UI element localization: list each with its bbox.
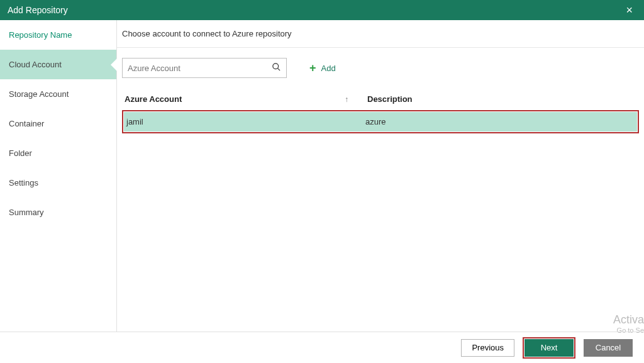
sidebar-item-settings[interactable]: Settings xyxy=(0,168,116,198)
sidebar-item-cloud-account[interactable]: Cloud Account xyxy=(0,50,116,79)
table-row[interactable]: jamil azure xyxy=(124,112,637,131)
close-icon[interactable]: × xyxy=(622,4,636,16)
titlebar: Add Repository × xyxy=(0,0,644,20)
main-panel: Choose account to connect to Azure repos… xyxy=(117,20,644,332)
add-button[interactable]: + Add xyxy=(309,62,336,74)
sidebar-item-container[interactable]: Container xyxy=(0,109,116,138)
highlighted-row-frame: jamil azure xyxy=(122,110,639,133)
dialog-title: Add Repository xyxy=(8,5,68,15)
column-account[interactable]: Azure Account xyxy=(125,94,364,104)
sidebar-item-storage-account[interactable]: Storage Account xyxy=(0,79,116,109)
instruction-text: Choose account to connect to Azure repos… xyxy=(117,20,644,48)
add-label: Add xyxy=(321,64,336,73)
dialog-body: Repository Name Cloud Account Storage Ac… xyxy=(0,20,644,332)
search-input[interactable] xyxy=(128,64,272,73)
previous-button[interactable]: Previous xyxy=(461,339,514,357)
toolbar: + Add xyxy=(117,48,644,88)
column-account-label: Azure Account xyxy=(125,94,182,104)
sidebar-item-folder[interactable]: Folder xyxy=(0,138,116,168)
account-search-box[interactable] xyxy=(122,58,287,78)
sidebar-item-label: Folder xyxy=(9,148,32,158)
sidebar-item-label: Cloud Account xyxy=(9,60,62,69)
cell-description: azure xyxy=(365,117,635,126)
column-description[interactable]: ↑ Description xyxy=(364,94,636,104)
sort-ascending-icon[interactable]: ↑ xyxy=(345,95,348,104)
add-repository-dialog: Add Repository × Repository Name Cloud A… xyxy=(0,0,644,363)
sidebar-item-repository-name[interactable]: Repository Name xyxy=(0,20,116,50)
cell-account: jamil xyxy=(126,117,365,126)
sidebar-item-label: Repository Name xyxy=(9,30,72,40)
plus-icon: + xyxy=(309,62,316,74)
next-button[interactable]: Next xyxy=(525,339,574,357)
accounts-table: Azure Account ↑ Description jamil azure xyxy=(122,88,639,133)
table-header: Azure Account ↑ Description xyxy=(122,88,639,110)
svg-point-0 xyxy=(273,64,279,69)
dialog-footer: Previous Next Cancel xyxy=(0,332,644,363)
sidebar-item-label: Container xyxy=(9,119,44,128)
sidebar-item-label: Summary xyxy=(9,208,44,217)
sidebar-item-label: Settings xyxy=(9,178,38,187)
wizard-sidebar: Repository Name Cloud Account Storage Ac… xyxy=(0,20,117,332)
svg-line-1 xyxy=(277,68,280,70)
column-description-label: Description xyxy=(367,94,413,104)
sidebar-item-summary[interactable]: Summary xyxy=(0,198,116,227)
sidebar-item-label: Storage Account xyxy=(9,89,69,99)
cancel-button[interactable]: Cancel xyxy=(584,339,633,357)
search-icon[interactable] xyxy=(272,62,281,74)
